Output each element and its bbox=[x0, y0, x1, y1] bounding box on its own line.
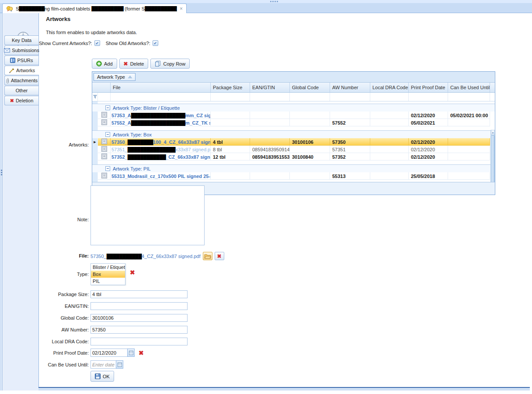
filter-cell[interactable] bbox=[98, 93, 111, 101]
grid-cell: 25/05/2018 bbox=[409, 172, 448, 180]
show-old-checkbox[interactable]: ✔ bbox=[153, 40, 158, 46]
clear-print-proof-date-button[interactable]: ✖ bbox=[139, 350, 144, 356]
file-link[interactable]: 57353_A█████████████████mm_CZ signed.pdf bbox=[111, 113, 211, 118]
file-link[interactable]: 57552_A█████████████████m_CZ_TK signed.p… bbox=[111, 120, 211, 126]
open-row-icon[interactable] bbox=[101, 173, 107, 179]
table-row[interactable]: 57352_████████████_CZ_66x33x87 signed.pd… bbox=[92, 153, 495, 160]
document-tab[interactable]: S████████ng film-coated tablets ████████… bbox=[2, 3, 187, 13]
open-row-icon[interactable] bbox=[101, 139, 107, 145]
filter-cell[interactable] bbox=[211, 93, 250, 101]
print-proof-date-label: Print Proof Date: bbox=[39, 350, 89, 356]
paperclip-icon bbox=[6, 78, 9, 84]
copy-row-button[interactable]: Copy Row bbox=[150, 59, 190, 69]
mail-icon bbox=[4, 48, 10, 52]
table-row[interactable]: ▶57350_████████100_4_CZ_66x33x87 signed.… bbox=[92, 138, 495, 146]
group-row[interactable]: Artwork Type: PIL bbox=[92, 164, 495, 172]
column-header[interactable]: Global Code bbox=[290, 83, 330, 92]
sidebar-item-attachments[interactable]: Attachments bbox=[4, 76, 38, 85]
file-link[interactable]: 57350_████████100_4_CZ_66x33x87 signed.p… bbox=[111, 139, 211, 145]
filter-cell[interactable] bbox=[250, 93, 290, 101]
page-title: Artworks bbox=[46, 16, 70, 22]
grid-cell bbox=[250, 138, 290, 146]
row-pointer-icon: ▶ bbox=[94, 140, 96, 144]
field-label: Package Size: bbox=[39, 292, 89, 297]
clear-type-button[interactable]: ✖ bbox=[130, 270, 135, 275]
ok-button[interactable]: OK bbox=[90, 371, 114, 382]
open-row-icon[interactable] bbox=[101, 119, 107, 126]
print-proof-date-input[interactable] bbox=[90, 349, 127, 357]
filter-cell[interactable] bbox=[330, 93, 370, 101]
local-dra-code-input[interactable] bbox=[90, 338, 188, 345]
form-field-row: Global Code: bbox=[39, 312, 188, 324]
table-row[interactable]: 57351_███████████████x33x87 signed.pdf8 … bbox=[92, 146, 495, 153]
splitter-grip-icon[interactable] bbox=[1, 170, 2, 175]
column-header[interactable]: AW Number bbox=[330, 83, 370, 92]
form-field-row: Local DRA Code: bbox=[39, 335, 188, 347]
print-proof-date-calendar-button[interactable] bbox=[127, 349, 135, 357]
type-option[interactable]: Blister / Etiquette bbox=[91, 264, 125, 271]
sidebar-item-submissions[interactable]: Submissions bbox=[4, 45, 38, 55]
package-size-input[interactable] bbox=[90, 290, 188, 298]
grid-cell: 02/12/2020 bbox=[409, 138, 448, 146]
grid-cell bbox=[330, 112, 370, 119]
scrollbar-thumb[interactable] bbox=[491, 135, 495, 182]
column-header[interactable]: Local DRA Code bbox=[370, 83, 409, 92]
scroll-up-icon[interactable]: ▲ bbox=[491, 130, 495, 135]
grid-cell bbox=[370, 146, 409, 153]
vertical-scrollbar[interactable]: ▲ ▼ bbox=[490, 130, 495, 182]
open-row-icon[interactable] bbox=[101, 146, 107, 153]
grid-cell: 4 tbl bbox=[211, 138, 250, 146]
filter-cell[interactable] bbox=[370, 93, 409, 101]
splitter-grip-icon[interactable] bbox=[270, 1, 278, 2]
close-icon[interactable]: × bbox=[180, 6, 183, 11]
column-header[interactable]: Print Proof Date bbox=[409, 83, 448, 92]
column-header[interactable]: File bbox=[111, 83, 211, 92]
global-code-input[interactable] bbox=[90, 314, 188, 322]
show-current-checkbox[interactable]: ✔ bbox=[94, 40, 100, 46]
collapse-icon[interactable] bbox=[105, 166, 110, 171]
group-by-artwork-type-button[interactable]: Artwork Type bbox=[94, 73, 136, 81]
file-link[interactable]: 57352_████████████_CZ_66x33x87 signed.pd… bbox=[111, 154, 211, 160]
aw-number-input[interactable] bbox=[90, 326, 188, 334]
group-row[interactable]: Artwork Type: Box bbox=[92, 130, 495, 138]
sidebar-item-artworks[interactable]: Artworks bbox=[4, 66, 39, 75]
table-row[interactable]: 57353_A█████████████████mm_CZ signed.pdf… bbox=[92, 112, 495, 119]
type-option[interactable]: PIL bbox=[91, 278, 125, 285]
delete-button[interactable]: ✖ Delete bbox=[119, 59, 149, 69]
filter-cell[interactable] bbox=[111, 93, 211, 101]
add-button[interactable]: Add bbox=[92, 59, 117, 69]
clear-icon: ✖ bbox=[217, 254, 221, 259]
filter-cell[interactable] bbox=[290, 93, 330, 101]
browse-file-button[interactable] bbox=[203, 252, 212, 260]
can-be-used-until-calendar-button[interactable] bbox=[116, 360, 123, 369]
column-header[interactable]: EAN/GTIN bbox=[250, 83, 290, 92]
file-link[interactable]: 57351_███████████████x33x87 signed.pdf bbox=[111, 147, 211, 152]
note-input[interactable] bbox=[90, 185, 205, 245]
group-row[interactable]: Artwork Type: Blister / Etiquette bbox=[92, 104, 495, 112]
collapse-icon[interactable] bbox=[105, 132, 110, 137]
grid-toolbar: Add ✖ Delete Copy Row bbox=[92, 59, 190, 69]
ean-gtin-input[interactable] bbox=[90, 302, 188, 310]
file-link[interactable]: 57350_███████████4_CZ_66x33x87 signed.pd… bbox=[90, 254, 201, 259]
table-row[interactable]: 55313_Modrasil_cz_170x500 PIL signed 25-… bbox=[92, 172, 495, 180]
sidebar-item-other[interactable]: Other bbox=[4, 86, 38, 95]
table-row[interactable]: 57552_A█████████████████m_CZ_TK signed.p… bbox=[92, 119, 495, 126]
sidebar-item-deletion[interactable]: ✖Deletion bbox=[4, 96, 38, 105]
filter-cell[interactable] bbox=[448, 93, 490, 101]
clear-file-button[interactable]: ✖ bbox=[215, 252, 224, 260]
open-row-icon[interactable] bbox=[101, 112, 107, 119]
field-label: Global Code: bbox=[39, 315, 89, 321]
file-link[interactable]: 55313_Modrasil_cz_170x500 PIL signed 25-… bbox=[111, 174, 211, 179]
grid-cell bbox=[370, 119, 409, 126]
grid-cell bbox=[448, 138, 490, 146]
sidebar-item-psurs[interactable]: PSURs bbox=[4, 56, 38, 65]
type-option[interactable]: Box bbox=[91, 271, 125, 278]
sidebar-item-key-data[interactable]: Key Data bbox=[4, 35, 38, 45]
can-be-used-until-input[interactable] bbox=[90, 360, 116, 369]
open-row-icon[interactable] bbox=[101, 153, 107, 160]
collapse-icon[interactable] bbox=[105, 105, 110, 110]
filter-cell[interactable] bbox=[409, 93, 448, 101]
column-header[interactable]: Can Be Used Until bbox=[448, 83, 490, 92]
column-header[interactable]: Package Size bbox=[211, 83, 250, 92]
vertical-splitter[interactable] bbox=[0, 13, 3, 391]
